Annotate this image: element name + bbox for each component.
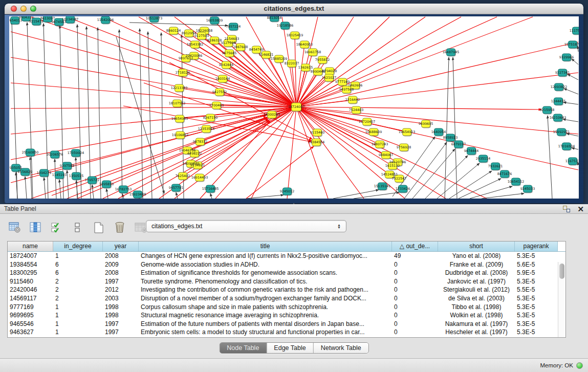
- svg-text:8322037: 8322037: [285, 61, 299, 65]
- column-header-short[interactable]: short: [438, 242, 515, 251]
- table-cell: 2012: [103, 286, 139, 294]
- table-settings-icon[interactable]: [7, 221, 23, 235]
- table-cell: 0: [392, 328, 438, 337]
- table-panel: Table Panel ✕: [0, 204, 588, 358]
- minimize-window-icon[interactable]: [20, 6, 27, 12]
- table-cell: 1: [53, 252, 103, 260]
- svg-text:8471676: 8471676: [497, 172, 512, 176]
- table-cell: de Silva et al. (2003): [438, 294, 515, 303]
- table-cell: 1998: [103, 303, 139, 312]
- svg-text:1394275: 1394275: [37, 171, 51, 175]
- svg-text:9756928: 9756928: [397, 145, 411, 149]
- svg-text:8813054: 8813054: [267, 16, 281, 20]
- network-table-selector[interactable]: citations_edges.txt ▲▼: [146, 220, 346, 232]
- network-view-window: citations_edges.txt 76540138904312921547…: [5, 4, 583, 203]
- table-cell: 0: [392, 303, 438, 312]
- table-vertical-scrollbar[interactable]: [558, 262, 565, 337]
- column-header-in_degree[interactable]: in_degree: [53, 242, 103, 251]
- svg-text:18543382: 18543382: [187, 42, 204, 47]
- table-cell: 2: [53, 277, 103, 286]
- svg-text:2803144: 2803144: [215, 77, 230, 81]
- network-canvas[interactable]: 7654013890431292154788613097987456310234…: [9, 16, 579, 199]
- column-header-title[interactable]: title: [139, 242, 392, 251]
- svg-text:9245033: 9245033: [520, 187, 535, 191]
- table-cell: 0: [392, 286, 438, 294]
- select-columns-icon[interactable]: [28, 221, 43, 235]
- column-header-year[interactable]: year: [103, 242, 139, 251]
- svg-text:15716485: 15716485: [202, 187, 219, 191]
- scrollbar-thumb[interactable]: [559, 264, 564, 279]
- table-cell: 19384554: [8, 260, 53, 269]
- close-panel-icon[interactable]: ✕: [577, 206, 584, 212]
- svg-text:9134821: 9134821: [190, 163, 205, 167]
- svg-text:25160850: 25160850: [22, 150, 39, 155]
- table-cell: 2008: [103, 252, 139, 260]
- table-row[interactable]: 911546021997Tourette syndrome. Phenomeno…: [8, 277, 565, 286]
- window-titlebar[interactable]: citations_edges.txt: [5, 4, 583, 14]
- table-cell: 2: [53, 286, 103, 294]
- table-row[interactable]: 969969511998Structural magnetic resonanc…: [8, 311, 565, 320]
- memory-ok-icon[interactable]: [576, 362, 583, 369]
- table-cell: 9699695: [8, 311, 53, 320]
- table-cell: Jankovic et al. (1997): [438, 277, 515, 286]
- svg-text:9427552: 9427552: [212, 90, 227, 94]
- table-cell: Tourette syndrome. Phenomenology and cla…: [139, 277, 392, 286]
- table-cell: Disruption of a novel member of a sodium…: [139, 294, 392, 303]
- zoom-window-icon[interactable]: [30, 6, 36, 12]
- new-table-icon[interactable]: [91, 221, 106, 235]
- column-header-name[interactable]: name: [8, 242, 53, 251]
- table-row[interactable]: 1938455462009Genome-wide association stu…: [8, 260, 565, 269]
- table-row[interactable]: 977716911998Corpus callosum shape and si…: [8, 303, 565, 312]
- svg-text:19654985: 19654985: [171, 117, 188, 121]
- svg-text:12093822: 12093822: [551, 85, 568, 89]
- table-row[interactable]: 946554611997Estimation of the future num…: [8, 320, 565, 329]
- svg-text:9115460: 9115460: [310, 130, 324, 135]
- table-row[interactable]: 1456911722003Disruption of a novel membe…: [8, 294, 565, 303]
- column-header-pagerank[interactable]: pagerank: [515, 242, 558, 251]
- svg-text:16487945: 16487945: [443, 50, 460, 54]
- svg-text:9699695: 9699695: [419, 122, 433, 126]
- table-cell: Embryonic stem cells: a model to study s…: [139, 328, 392, 337]
- table-cell: 9463627: [8, 328, 53, 337]
- table-row[interactable]: 2242004622012Investigating the contribut…: [8, 286, 565, 294]
- svg-text:18107552: 18107552: [169, 101, 186, 105]
- tab-node-table[interactable]: Node Table: [220, 343, 267, 353]
- table-cell: 1997: [103, 320, 139, 329]
- table-cell: 5.3E-5: [515, 294, 558, 303]
- svg-text:12213383: 12213383: [171, 86, 188, 90]
- svg-text:10234987: 10234987: [62, 17, 79, 21]
- table-cell: 14569117: [8, 294, 53, 303]
- column-header-out_de[interactable]: △ out_de...: [392, 242, 438, 251]
- svg-text:16782753: 16782753: [115, 187, 132, 191]
- memory-status-label: Memory: OK: [540, 362, 573, 368]
- close-window-icon[interactable]: [11, 6, 17, 12]
- table-cell: 0: [392, 260, 438, 269]
- svg-text:15885209: 15885209: [271, 57, 288, 61]
- svg-text:19218586: 19218586: [277, 24, 294, 28]
- table-cell: 5.3E-5: [515, 277, 558, 286]
- svg-text:1621027: 1621027: [322, 76, 336, 80]
- table-toolbar: f(x): [7, 219, 169, 236]
- table-panel-title: Table Panel: [4, 205, 563, 212]
- window-title: citations_edges.txt: [5, 4, 583, 14]
- table-row[interactable]: 1830029562008Estimation of significance …: [8, 269, 565, 277]
- table-cell: 1998: [103, 311, 139, 320]
- table-header-row: namein_degreeyeartitle△ out_de...shortpa…: [8, 242, 565, 252]
- merge-rows-icon[interactable]: [70, 221, 85, 235]
- table-cell: 5.5E-5: [515, 286, 558, 294]
- delete-column-icon[interactable]: [112, 221, 127, 235]
- table-cell: 2: [53, 294, 103, 303]
- table-cell: 1997: [103, 277, 139, 286]
- row-checks-icon[interactable]: [49, 221, 64, 235]
- table-row[interactable]: 946362711997Embryonic stem cells: a mode…: [8, 328, 565, 337]
- network-graph[interactable]: 7654013890431292154788613097987456310234…: [9, 16, 579, 199]
- table-row[interactable]: 1872400712008Changes of HCN gene express…: [8, 252, 565, 260]
- tab-network-table[interactable]: Network Table: [314, 343, 368, 353]
- tab-edge-table[interactable]: Edge Table: [267, 343, 313, 353]
- svg-text:9497568: 9497568: [339, 87, 354, 92]
- table-cell: 0: [392, 320, 438, 329]
- float-panel-icon[interactable]: [563, 206, 570, 212]
- svg-text:11542096: 11542096: [97, 18, 114, 22]
- table-cell: Structural magnetic resonance image aver…: [139, 311, 392, 320]
- table-cell: 1: [53, 328, 103, 337]
